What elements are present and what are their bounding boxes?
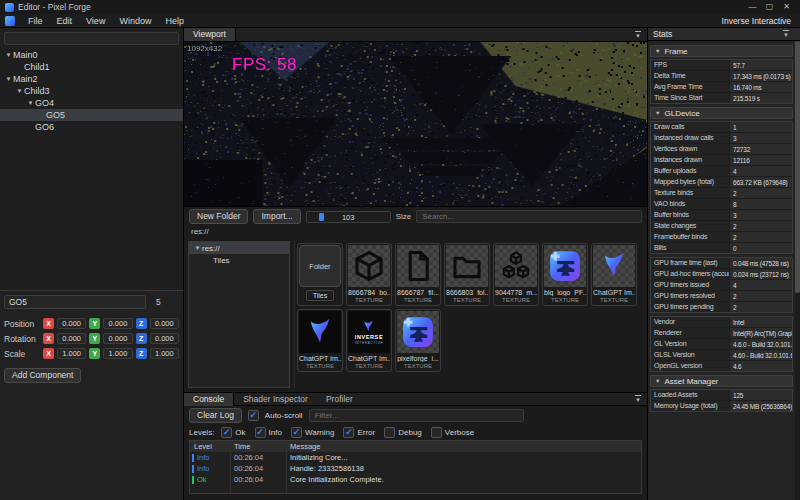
viewport-collapse-icon[interactable]: ▼ (635, 31, 641, 39)
stat-table: Loaded Assets125Memory Usage (total)24.4… (650, 389, 793, 412)
section-header-frame[interactable]: ▼Frame (650, 45, 793, 57)
expand-arrow-icon[interactable]: ▼ (15, 88, 24, 94)
entity-name-input[interactable] (4, 295, 146, 309)
expand-arrow-icon[interactable]: ▼ (4, 52, 13, 58)
stat-row: VAO binds8 (651, 199, 792, 210)
tree-node-go6[interactable]: GO6 (0, 121, 183, 133)
fps-overlay: FPS: 58 (232, 55, 297, 75)
stat-value: Intel(R) Arc(TM) Graphics (729, 328, 792, 338)
check-icon: ✓ (256, 428, 264, 437)
expand-arrow-icon[interactable]: ▼ (4, 76, 13, 82)
level-checkbox-warning[interactable]: ✓ (291, 427, 302, 438)
clear-log-button[interactable]: Clear Log (189, 408, 242, 423)
tree-node-res[interactable]: ▼res:// (189, 242, 289, 254)
axis-z-value[interactable]: 1.000 (150, 348, 179, 359)
axis-x-badge[interactable]: X (43, 348, 54, 359)
asset-card[interactable]: INVERSEINTERACTIVEChatGPT Im...TEXTURE (346, 309, 392, 372)
thumbnail-size-slider[interactable]: 103 (306, 211, 391, 223)
axis-z-value[interactable]: 0.000 (150, 318, 179, 329)
level-group-verbose: Verbose (431, 427, 474, 438)
axis-z-value[interactable]: 0.000 (150, 333, 179, 344)
axis-y-value[interactable]: 0.000 (103, 333, 132, 344)
menu-view[interactable]: View (79, 14, 112, 28)
tab-shader-inspector[interactable]: Shader Inspector (234, 393, 317, 406)
stat-label: GLSL Version (651, 350, 729, 360)
log-row[interactable]: Info00:26:04Handle: 23332586138 (190, 463, 641, 474)
level-checkbox-ok[interactable]: ✓ (221, 427, 232, 438)
axis-y-badge[interactable]: Y (89, 318, 100, 329)
level-checkbox-verbose[interactable] (431, 427, 442, 438)
stat-row: Mapped bytes (total)663.72 KB (679648) (651, 177, 792, 188)
section-header-asset-manager[interactable]: ▼Asset Manager (650, 375, 793, 387)
asset-card-folder[interactable]: FolderTiles (297, 243, 343, 306)
close-button[interactable]: ✕ (778, 0, 795, 14)
axis-x-value[interactable]: 1.000 (57, 348, 86, 359)
asset-card[interactable]: 8666787_fil...TEXTURE (395, 243, 441, 306)
stats-scrollbar-thumb[interactable] (795, 41, 800, 293)
menu-file[interactable]: File (21, 14, 50, 28)
log-level-bar (192, 476, 194, 484)
level-checkbox-debug[interactable] (384, 427, 395, 438)
axis-x-value[interactable]: 0.000 (57, 318, 86, 329)
axis-x-badge[interactable]: X (43, 333, 54, 344)
stat-row: FPS57.7 (651, 60, 792, 71)
asset-name: ChatGPT Im... (299, 355, 341, 362)
import-button[interactable]: Import... (253, 209, 300, 224)
tab-profiler[interactable]: Profiler (317, 393, 362, 406)
add-component-button[interactable]: Add Component (4, 368, 81, 383)
stats-collapse-icon[interactable]: ▼ (783, 30, 789, 38)
maximize-button[interactable]: ▢ (761, 0, 778, 14)
section-header-gldevice[interactable]: ▼GLDevice (650, 107, 793, 119)
level-checkbox-info[interactable]: ✓ (255, 427, 266, 438)
tree-node-main0[interactable]: ▼Main0 (0, 49, 183, 61)
stat-label: Vertices drawn (651, 144, 729, 154)
autoscroll-checkbox[interactable]: ✓ (248, 410, 259, 421)
asset-card[interactable]: pixelforge_i...TEXTURE (395, 309, 441, 372)
console-collapse-icon[interactable]: ▼ (635, 395, 641, 403)
axis-z-badge[interactable]: Z (136, 318, 147, 329)
stat-row: GLSL Version4.60 - Build 32.0.101.6314 (651, 350, 792, 361)
asset-type-badge: TEXTURE (404, 363, 432, 369)
log-table: LevelTimeMessageInfo00:26:04Initializing… (189, 440, 642, 494)
tree-node-child3[interactable]: ▼Child3 (0, 85, 183, 97)
menu-help[interactable]: Help (158, 14, 191, 28)
tab-viewport[interactable]: Viewport (184, 28, 236, 41)
file-outline-icon (397, 245, 439, 287)
asset-card[interactable]: 9044778_m...TEXTURE (493, 243, 539, 306)
axis-z-badge[interactable]: Z (136, 348, 147, 359)
expand-arrow-icon[interactable]: ▼ (193, 245, 202, 251)
log-filter-input[interactable] (309, 409, 524, 422)
asset-search-input[interactable] (416, 210, 642, 223)
stats-scrollbar[interactable] (795, 41, 800, 500)
tree-node-main2[interactable]: ▼Main2 (0, 73, 183, 85)
folder-button[interactable]: Folder (299, 245, 341, 287)
tree-node-tiles[interactable]: Tiles (189, 254, 289, 266)
level-checkbox-error[interactable]: ✓ (343, 427, 354, 438)
axis-x-badge[interactable]: X (43, 318, 54, 329)
expand-arrow-icon[interactable]: ▼ (26, 100, 35, 106)
log-row[interactable]: Info00:26:04Initializing Core... (190, 452, 641, 463)
asset-card[interactable]: 8666784_bo...TEXTURE (346, 243, 392, 306)
new-folder-button[interactable]: New Folder (189, 209, 248, 224)
viewport[interactable]: 1092x432 FPS: 58 (184, 42, 647, 206)
axis-y-value[interactable]: 0.000 (103, 318, 132, 329)
minimize-button[interactable]: — (744, 0, 761, 14)
axis-z-badge[interactable]: Z (136, 333, 147, 344)
axis-x-value[interactable]: 0.000 (57, 333, 86, 344)
tree-node-go5[interactable]: GO5 (0, 109, 183, 121)
hierarchy-search-input[interactable] (4, 32, 179, 45)
menu-edit[interactable]: Edit (50, 14, 80, 28)
tab-console[interactable]: Console (184, 393, 234, 406)
asset-card[interactable]: 8666803_fol...TEXTURE (444, 243, 490, 306)
axis-y-badge[interactable]: Y (89, 333, 100, 344)
axis-y-value[interactable]: 1.000 (103, 348, 132, 359)
asset-card[interactable]: ChatGPT Im...TEXTURE (297, 309, 343, 372)
log-row[interactable]: Ok00:26:04Core Initialization Complete. (190, 474, 641, 485)
tree-node-child1[interactable]: Child1 (0, 61, 183, 73)
asset-card[interactable]: big_logo_PF...TEXTURE (542, 243, 588, 306)
stat-row: GPU timers pending2 (651, 302, 792, 312)
axis-y-badge[interactable]: Y (89, 348, 100, 359)
menu-window[interactable]: Window (112, 14, 158, 28)
asset-card[interactable]: ChatGPT Im...TEXTURE (591, 243, 637, 306)
tree-node-go4[interactable]: ▼GO4 (0, 97, 183, 109)
